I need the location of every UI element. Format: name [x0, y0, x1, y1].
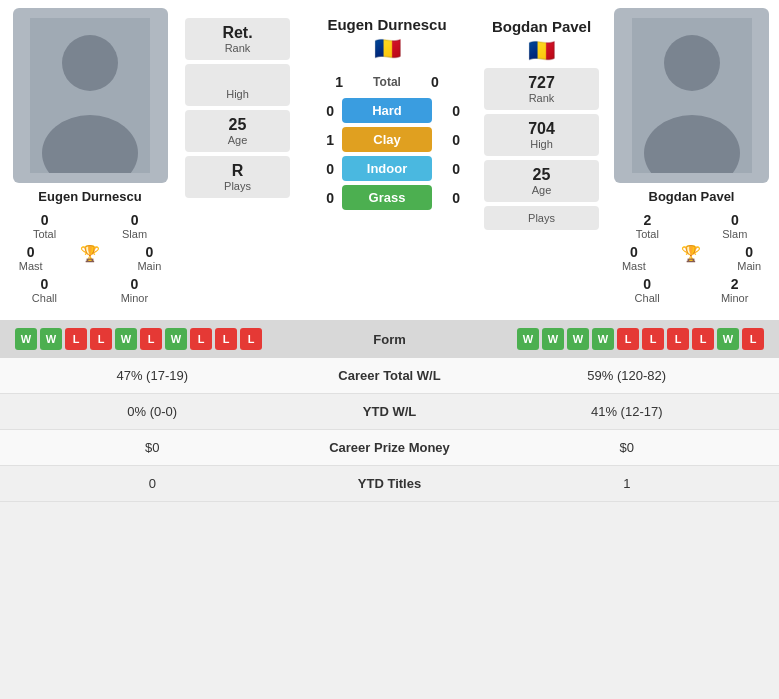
right-player-name-top: Bogdan Pavel 🇷🇴: [492, 18, 591, 64]
right-trophy-icon: 🏆: [681, 244, 701, 272]
stats-table-row: 0 YTD Titles 1: [0, 466, 779, 502]
right-player-stats: 2 Total 0 Slam 0 Mast 🏆: [604, 208, 779, 304]
grass-badge: Grass: [342, 185, 432, 210]
clay-right-val: 0: [440, 132, 460, 148]
court-total-left: 1: [335, 74, 343, 90]
left-player-name: Eugen Durnescu: [38, 189, 141, 204]
form-pill: W: [542, 328, 564, 350]
form-pill: L: [617, 328, 639, 350]
right-main-stat: 0 Main: [737, 244, 761, 272]
stats-center-label: Career Total W/L: [290, 368, 490, 383]
right-stats-row1: 2 Total 0 Slam: [604, 212, 779, 240]
stats-right-val: 41% (12-17): [490, 404, 765, 419]
left-player-stats: 0 Total 0 Slam 0 Mast 🏆: [0, 208, 180, 304]
right-form-pills: WWWWLLLLWL: [440, 328, 765, 350]
left-high-value: [189, 70, 286, 88]
form-pill: L: [240, 328, 262, 350]
court-total-right: 0: [431, 74, 439, 90]
main-container: Eugen Durnescu 0 Total 0 Slam 0 Mast: [0, 0, 779, 502]
left-mast-stat: 0 Mast: [19, 244, 43, 272]
left-stats-row1: 0 Total 0 Slam: [0, 212, 180, 240]
left-total-stat: 0 Total: [33, 212, 56, 240]
stats-right-val: 1: [490, 476, 765, 491]
form-pill: W: [592, 328, 614, 350]
left-slam-stat: 0 Slam: [122, 212, 147, 240]
right-age-stat: 25 Age: [484, 160, 599, 202]
right-player-name: Bogdan Pavel: [649, 189, 735, 204]
form-section: WWLLWLWLLL Form WWWWLLLLWL: [0, 320, 779, 358]
indoor-right-val: 0: [440, 161, 460, 177]
right-rank-stat: 727 Rank: [484, 68, 599, 110]
right-player-col: Bogdan Pavel 2 Total 0 Slam 0 Mast: [604, 8, 779, 304]
court-row-hard: 0 Hard 0: [290, 98, 484, 123]
court-row-clay: 1 Clay 0: [290, 127, 484, 152]
form-pill: W: [15, 328, 37, 350]
comparison-area: Eugen Durnescu 0 Total 0 Slam 0 Mast: [0, 0, 779, 312]
left-age-stat: 25 Age: [185, 110, 290, 152]
right-mast-stat: 0 Mast: [622, 244, 646, 272]
stats-center-label: YTD W/L: [290, 404, 490, 419]
player-names-row: Eugen Durnescu 🇷🇴: [290, 8, 484, 62]
right-plays-stat: Plays: [484, 206, 599, 230]
form-pill: L: [742, 328, 764, 350]
form-pill: L: [215, 328, 237, 350]
hard-badge: Hard: [342, 98, 432, 123]
form-pill: W: [567, 328, 589, 350]
stats-center-label: YTD Titles: [290, 476, 490, 491]
form-pill: L: [65, 328, 87, 350]
left-rank-stat: Ret. Rank: [185, 18, 290, 60]
indoor-left-val: 0: [314, 161, 334, 177]
right-flag: 🇷🇴: [492, 38, 591, 64]
left-high-label: High: [189, 88, 286, 100]
left-high-stat: High: [185, 64, 290, 106]
right-high-stat: 704 High: [484, 114, 599, 156]
hard-right-val: 0: [440, 103, 460, 119]
stats-left-val: $0: [15, 440, 290, 455]
form-pill: W: [115, 328, 137, 350]
stats-right-val: 59% (120-82): [490, 368, 765, 383]
left-form-pills: WWLLWLWLLL: [15, 328, 340, 350]
clay-badge: Clay: [342, 127, 432, 152]
left-flag: 🇷🇴: [327, 36, 446, 62]
court-row-indoor: 0 Indoor 0: [290, 156, 484, 181]
left-stats-panel: Ret. Rank High 25 Age R Plays: [185, 8, 290, 304]
clay-left-val: 1: [314, 132, 334, 148]
stats-left-val: 0: [15, 476, 290, 491]
center-courts: Eugen Durnescu 🇷🇴 1 Total 0 0 Hard 0 1 C…: [290, 8, 484, 304]
form-pill: W: [165, 328, 187, 350]
right-slam-stat: 0 Slam: [722, 212, 747, 240]
stats-center-label: Career Prize Money: [290, 440, 490, 455]
hard-left-val: 0: [314, 103, 334, 119]
right-total-stat: 2 Total: [636, 212, 659, 240]
svg-point-1: [62, 35, 118, 91]
svg-point-4: [664, 35, 720, 91]
left-trophy-icon: 🏆: [80, 244, 100, 272]
left-stats-row3: 0 Chall 0 Minor: [0, 276, 180, 304]
form-pill: W: [717, 328, 739, 350]
stats-table: 47% (17-19) Career Total W/L 59% (120-82…: [0, 358, 779, 502]
court-total-row: 1 Total 0: [335, 74, 438, 90]
stats-left-val: 0% (0-0): [15, 404, 290, 419]
form-pill: L: [692, 328, 714, 350]
right-minor-stat: 2 Minor: [721, 276, 749, 304]
left-chall-stat: 0 Chall: [32, 276, 57, 304]
form-pill: L: [190, 328, 212, 350]
indoor-badge: Indoor: [342, 156, 432, 181]
grass-right-val: 0: [440, 190, 460, 206]
stats-right-val: $0: [490, 440, 765, 455]
grass-left-val: 0: [314, 190, 334, 206]
left-player-col: Eugen Durnescu 0 Total 0 Slam 0 Mast: [0, 8, 180, 304]
stats-table-row: $0 Career Prize Money $0: [0, 430, 779, 466]
form-pill: L: [642, 328, 664, 350]
right-stats-panel: Bogdan Pavel 🇷🇴 727 Rank 704 High 25 Age…: [484, 8, 599, 304]
form-pill: L: [667, 328, 689, 350]
court-row-grass: 0 Grass 0: [290, 185, 484, 210]
stats-left-val: 47% (17-19): [15, 368, 290, 383]
form-pill: W: [517, 328, 539, 350]
right-stats-row2: 0 Mast 🏆 0 Main: [604, 244, 779, 272]
form-label: Form: [340, 332, 440, 347]
stats-table-row: 0% (0-0) YTD W/L 41% (12-17): [0, 394, 779, 430]
left-stats-row2: 0 Mast 🏆 0 Main: [0, 244, 180, 272]
form-pill: L: [90, 328, 112, 350]
left-player-photo: [13, 8, 168, 183]
